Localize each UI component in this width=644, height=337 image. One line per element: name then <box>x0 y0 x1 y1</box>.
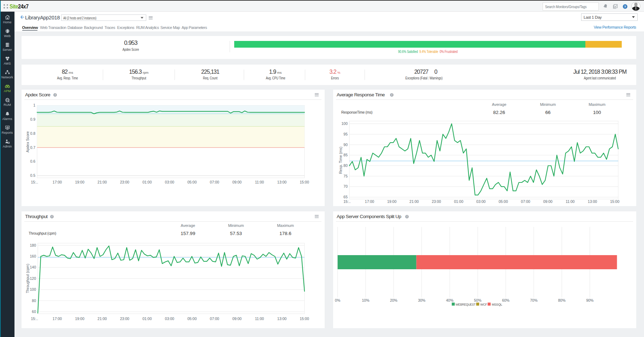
svg-text:MSSQL: MSSQL <box>492 303 502 306</box>
svg-text:11:00: 11:00 <box>566 199 575 204</box>
svg-text:60%: 60% <box>502 298 509 302</box>
svg-text:03:00: 03:00 <box>165 180 174 184</box>
svg-text:Average: Average <box>181 223 195 228</box>
svg-text:17:00: 17:00 <box>365 199 374 204</box>
svg-text:100: 100 <box>341 121 348 126</box>
svg-text:0.5: 0.5 <box>30 173 35 177</box>
svg-text:17:00: 17:00 <box>53 180 62 184</box>
svg-text:21:00: 21:00 <box>409 199 419 204</box>
svg-text:05:00: 05:00 <box>187 180 196 184</box>
svg-text:11:00: 11:00 <box>255 317 264 321</box>
svg-text:70: 70 <box>343 184 348 188</box>
svg-text:WEBREQUEST: WEBREQUEST <box>456 303 476 306</box>
svg-text:19:00: 19:00 <box>75 180 84 184</box>
svg-text:15:..: 15:.. <box>343 199 350 204</box>
svg-text:0.9: 0.9 <box>30 117 35 121</box>
svg-text:09:00: 09:00 <box>232 180 242 184</box>
svg-text:19:00: 19:00 <box>75 317 84 321</box>
svg-text:82.26: 82.26 <box>493 110 505 115</box>
svg-text:120: 120 <box>30 276 36 281</box>
svg-text:Apdex Score: Apdex Score <box>25 131 30 152</box>
svg-text:75: 75 <box>343 174 348 178</box>
svg-text:Maximum: Maximum <box>589 102 605 107</box>
svg-text:09:00: 09:00 <box>543 199 553 204</box>
svg-text:Minimum: Minimum <box>540 102 556 107</box>
svg-text:15:..: 15:.. <box>31 317 38 321</box>
svg-text:95: 95 <box>343 132 348 136</box>
svg-text:17:00: 17:00 <box>53 317 62 321</box>
svg-text:90%: 90% <box>586 298 593 302</box>
svg-text:178.6: 178.6 <box>279 231 291 236</box>
svg-text:140: 140 <box>30 265 36 269</box>
svg-text:07:00: 07:00 <box>210 180 219 184</box>
svg-text:03:00: 03:00 <box>476 199 485 204</box>
svg-text:Average: Average <box>492 102 507 107</box>
svg-text:60: 60 <box>32 309 36 314</box>
svg-text:15:00: 15:00 <box>300 317 309 321</box>
svg-text:WCF: WCF <box>480 303 488 306</box>
svg-text:23:00: 23:00 <box>120 317 129 321</box>
svg-text:30%: 30% <box>418 298 425 302</box>
svg-text:ResponseTime (ms): ResponseTime (ms) <box>341 110 372 114</box>
svg-text:40%: 40% <box>446 298 453 302</box>
svg-text:03:00: 03:00 <box>165 317 174 321</box>
svg-text:13:00: 13:00 <box>277 180 286 184</box>
svg-text:85: 85 <box>343 153 348 157</box>
svg-text:157.99: 157.99 <box>181 231 195 236</box>
svg-text:05:00: 05:00 <box>187 317 196 321</box>
svg-text:01:00: 01:00 <box>142 180 152 184</box>
svg-text:80%: 80% <box>558 298 566 302</box>
svg-text:0.6: 0.6 <box>30 159 35 163</box>
svg-text:100: 100 <box>593 110 601 115</box>
svg-text:01:00: 01:00 <box>142 317 152 321</box>
svg-text:10%: 10% <box>362 298 369 302</box>
svg-text:180: 180 <box>30 243 36 247</box>
svg-text:07:00: 07:00 <box>210 317 219 321</box>
svg-text:13:00: 13:00 <box>277 317 286 321</box>
svg-text:90: 90 <box>343 143 348 147</box>
svg-text:Minimum: Minimum <box>228 223 244 228</box>
svg-text:70%: 70% <box>530 298 537 302</box>
svg-text:Resp. Time (ms): Resp. Time (ms) <box>338 146 343 174</box>
svg-text:Throughput (cpm): Throughput (cpm) <box>25 264 30 293</box>
svg-text:1: 1 <box>33 103 35 107</box>
svg-text:09:00: 09:00 <box>232 317 242 321</box>
svg-text:13:00: 13:00 <box>588 199 597 204</box>
svg-text:65: 65 <box>343 195 348 199</box>
svg-text:57.53: 57.53 <box>230 231 242 236</box>
svg-text:0.7: 0.7 <box>30 145 35 150</box>
svg-text:80: 80 <box>32 299 36 303</box>
svg-text:0%: 0% <box>335 298 340 302</box>
svg-text:160: 160 <box>30 254 36 258</box>
svg-text:23:00: 23:00 <box>120 180 129 184</box>
svg-text:05:00: 05:00 <box>498 199 508 204</box>
svg-text:15:00: 15:00 <box>610 199 619 204</box>
svg-text:01:00: 01:00 <box>454 199 463 204</box>
svg-text:66: 66 <box>545 110 550 115</box>
svg-text:15:..: 15:.. <box>31 180 38 184</box>
svg-text:0.8: 0.8 <box>30 131 35 136</box>
svg-text:50%: 50% <box>474 298 481 302</box>
svg-text:15:00: 15:00 <box>300 180 309 184</box>
svg-text:20%: 20% <box>390 298 397 302</box>
svg-text:21:00: 21:00 <box>98 180 107 184</box>
svg-text:07:00: 07:00 <box>521 199 530 204</box>
svg-text:21:00: 21:00 <box>98 317 107 321</box>
svg-text:Throughput (cpm): Throughput (cpm) <box>29 231 56 235</box>
svg-text:100: 100 <box>30 287 36 291</box>
svg-text:80: 80 <box>343 163 348 168</box>
svg-text:19:00: 19:00 <box>387 199 396 204</box>
svg-text:23:00: 23:00 <box>432 199 441 204</box>
svg-text:Maximum: Maximum <box>277 223 294 228</box>
svg-text:11:00: 11:00 <box>255 180 264 184</box>
